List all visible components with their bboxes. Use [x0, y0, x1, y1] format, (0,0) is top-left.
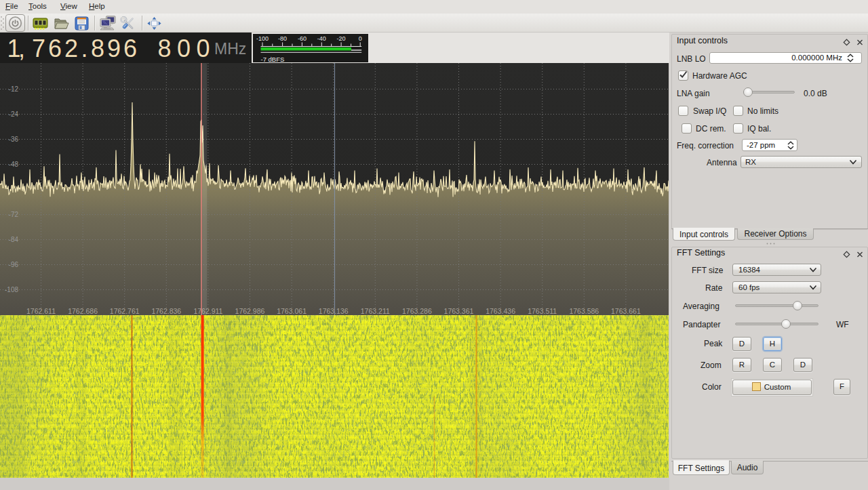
svg-text:1763.361: 1763.361 [444, 307, 474, 315]
svg-text:1762.761: 1762.761 [110, 307, 140, 315]
svg-text:-72: -72 [9, 211, 19, 218]
svg-text:-96: -96 [9, 261, 19, 268]
svg-text:1763.136: 1763.136 [319, 307, 349, 315]
svg-text:MHz: MHz [214, 40, 246, 58]
svg-text:1,762.896 800: 1,762.896 800 [7, 35, 210, 62]
svg-text:-48: -48 [9, 161, 19, 168]
svg-text:1763.436: 1763.436 [486, 307, 515, 315]
svg-text:1763.061: 1763.061 [277, 307, 307, 315]
svg-text:0: 0 [359, 35, 362, 42]
svg-text:-80: -80 [278, 35, 287, 42]
svg-text:-7 dBFS: -7 dBFS [261, 56, 285, 62]
svg-text:1762.911: 1762.911 [193, 307, 222, 315]
svg-text:-24: -24 [9, 110, 19, 118]
svg-text:-12: -12 [9, 85, 19, 93]
svg-text:1762.611: 1762.611 [26, 307, 56, 315]
svg-text:-60: -60 [298, 35, 307, 42]
svg-text:-40: -40 [317, 35, 326, 42]
svg-text:1763.661: 1763.661 [611, 307, 641, 315]
svg-text:1763.286: 1763.286 [402, 307, 432, 315]
svg-text:1762.986: 1762.986 [235, 307, 265, 315]
svg-text:-100: -100 [256, 35, 269, 42]
svg-text:1762.836: 1762.836 [151, 307, 181, 315]
svg-text:-108: -108 [5, 286, 18, 293]
svg-text:1763.511: 1763.511 [528, 307, 557, 315]
svg-text:-20: -20 [337, 35, 346, 42]
svg-text:-84: -84 [9, 236, 19, 243]
svg-text:1763.586: 1763.586 [569, 307, 599, 315]
svg-text:1763.211: 1763.211 [361, 307, 390, 315]
svg-text:-36: -36 [9, 136, 19, 143]
svg-text:1762.686: 1762.686 [68, 307, 98, 315]
